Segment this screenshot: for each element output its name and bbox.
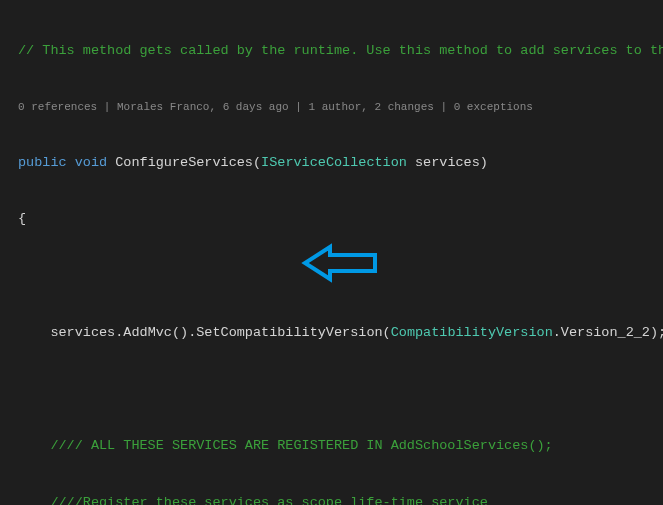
comment-line: ////Register these services as scope lif… [0,494,663,505]
comment-line: //// ALL THESE SERVICES ARE REGISTERED I… [0,437,663,456]
mvc-line: services.AddMvc().SetCompatibilityVersio… [0,324,663,343]
method-signature: public void ConfigureServices(IServiceCo… [0,154,663,173]
codelens-line[interactable]: 0 references | Morales Franco, 6 days ag… [0,100,663,115]
comment-line: // This method gets called by the runtim… [0,42,663,61]
code-editor[interactable]: // This method gets called by the runtim… [0,0,663,505]
brace-open: { [0,210,663,229]
